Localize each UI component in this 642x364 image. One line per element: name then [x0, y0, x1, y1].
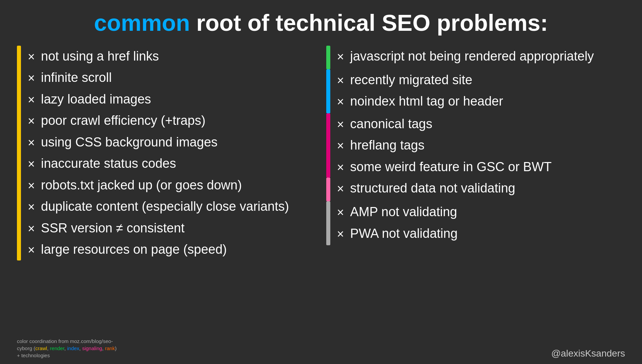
right-items-group: × canonical tags × hreflang tags × some … [337, 113, 552, 178]
right-group: × AMP not validating × PWA not validatin… [326, 201, 625, 245]
x-mark: × [337, 160, 344, 175]
x-mark: × [337, 94, 344, 109]
color-bar [326, 178, 330, 201]
x-mark: × [28, 156, 35, 172]
footer-line2-prefix: cyborg ( [17, 345, 35, 351]
right-item-text: canonical tags [350, 116, 433, 132]
right-item-text: structured data not validating [350, 180, 515, 197]
x-mark: × [337, 181, 344, 196]
left-item-text: inaccurate status codes [41, 156, 176, 172]
left-item-text: large resources on page (speed) [41, 242, 227, 258]
left-list-item: × poor crawl efficiency (+traps) [28, 110, 316, 132]
left-list-item: × large resources on page (speed) [28, 239, 316, 260]
left-list-item: × using CSS background images [28, 132, 316, 153]
right-items-group: × javascript not being rendered appropri… [337, 46, 594, 69]
x-mark: × [337, 73, 344, 88]
right-list-item: × PWA not validating [337, 223, 458, 245]
color-bar [326, 69, 330, 113]
x-mark: × [28, 178, 35, 193]
right-list-item: × noindex html tag or header [337, 91, 503, 112]
x-mark: × [337, 49, 344, 64]
right-list-item: × javascript not being rendered appropri… [337, 46, 594, 67]
left-list-item: × robots.txt jacked up (or goes down) [28, 175, 316, 196]
color-bar [326, 113, 330, 178]
right-list-item: × some weird feature in GSC or BWT [337, 156, 552, 178]
left-item-text: poor crawl efficiency (+traps) [41, 113, 205, 129]
left-list-item: × SSR version ≠ consistent [28, 218, 316, 239]
right-item-text: noindex html tag or header [350, 93, 503, 110]
left-list-item: × not using a href links [28, 46, 316, 67]
left-item-text: SSR version ≠ consistent [41, 220, 184, 236]
right-list-item: × canonical tags [337, 113, 552, 135]
left-list-item: × inaccurate status codes [28, 153, 316, 175]
x-mark: × [337, 117, 344, 132]
x-mark: × [28, 113, 35, 129]
left-item-text: robots.txt jacked up (or goes down) [41, 177, 242, 194]
page-title: common root of technical SEO problems: [17, 10, 625, 36]
right-items-group: × structured data not validating [337, 178, 515, 201]
footer-line3: + technologies [17, 352, 50, 358]
left-list-item: × lazy loaded images [28, 89, 316, 110]
title-highlight: common [94, 10, 190, 36]
right-items-group: × AMP not validating × PWA not validatin… [337, 201, 458, 245]
right-item-text: some weird feature in GSC or BWT [350, 159, 552, 175]
x-mark: × [28, 70, 35, 86]
right-group: × structured data not validating [326, 178, 625, 201]
right-list-item: × structured data not validating [337, 178, 515, 199]
x-mark: × [337, 138, 344, 153]
right-group: × canonical tags × hreflang tags × some … [326, 113, 625, 178]
right-group: × javascript not being rendered appropri… [326, 46, 625, 69]
x-mark: × [28, 242, 35, 257]
x-mark: × [28, 221, 35, 236]
content-area: × not using a href links × infinite scro… [17, 46, 625, 260]
x-mark: × [28, 199, 35, 214]
page-container: common root of technical SEO problems: ×… [0, 0, 642, 364]
color-bar [326, 46, 330, 69]
right-item-text: javascript not being rendered appropriat… [350, 48, 594, 65]
left-list-item: × duplicate content (especially close va… [28, 196, 316, 218]
left-column: × not using a href links × infinite scro… [17, 46, 316, 260]
right-item-text: recently migrated site [350, 72, 472, 88]
x-mark: × [28, 49, 35, 64]
left-item-text: lazy loaded images [41, 91, 151, 108]
right-item-text: hreflang tags [350, 137, 425, 154]
x-mark: × [28, 92, 35, 107]
left-item-text: duplicate content (especially close vari… [41, 199, 289, 215]
footer-handle: @alexisKsanders [551, 348, 625, 359]
title-suffix: root of technical SEO problems: [190, 10, 548, 36]
footer-attribution: color coordination from moz.com/blog/seo… [17, 338, 116, 359]
footer: color coordination from moz.com/blog/seo… [17, 338, 625, 359]
right-list-item: × hreflang tags [337, 135, 552, 156]
x-mark: × [337, 205, 344, 220]
yellow-bar [17, 46, 21, 260]
left-item-text: infinite scroll [41, 70, 112, 86]
left-item-text: using CSS background images [41, 134, 218, 151]
left-items: × not using a href links × infinite scro… [28, 46, 316, 260]
x-mark: × [337, 226, 344, 242]
color-bar [326, 201, 330, 245]
right-items-group: × recently migrated site × noindex html … [337, 69, 503, 113]
right-group: × recently migrated site × noindex html … [326, 69, 625, 113]
footer-line1: color coordination from moz.com/blog/seo… [17, 338, 113, 344]
left-list-item: × infinite scroll [28, 67, 316, 89]
right-list-item: × AMP not validating [337, 201, 458, 223]
right-list-item: × recently migrated site [337, 69, 503, 91]
right-item-text: PWA not validating [350, 226, 458, 242]
x-mark: × [28, 135, 35, 150]
right-column: × javascript not being rendered appropri… [316, 46, 625, 260]
right-item-text: AMP not validating [350, 204, 457, 220]
left-item-text: not using a href links [41, 48, 159, 65]
